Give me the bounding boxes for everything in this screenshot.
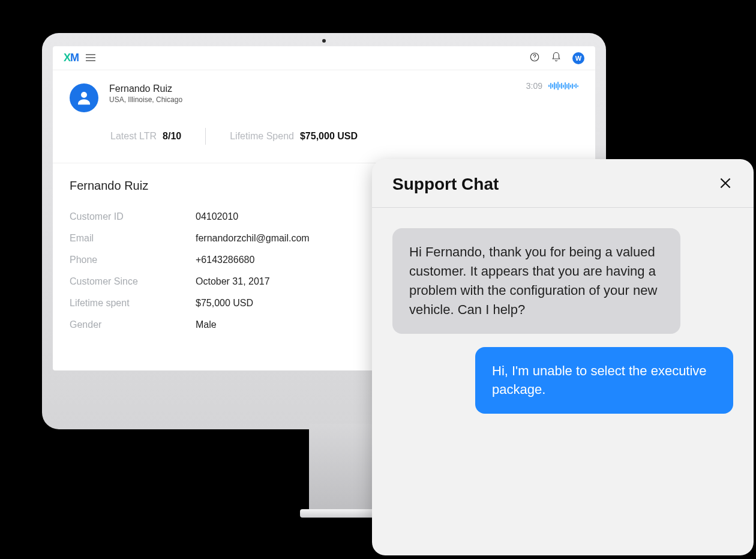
spend-value: $75,000 USD	[300, 131, 358, 142]
waveform-icon	[548, 81, 578, 91]
svg-point-2	[81, 92, 87, 98]
logo-x: X	[64, 52, 70, 64]
customer-name: Fernando Ruiz	[109, 83, 182, 94]
customer-header: Fernando Ruiz USA, Illinoise, Chicago 3:…	[53, 70, 595, 112]
bell-icon[interactable]	[551, 52, 562, 65]
detail-label: Customer ID	[70, 211, 196, 222]
ltr-value: 8/10	[163, 131, 181, 142]
close-icon[interactable]	[718, 175, 733, 193]
detail-label: Email	[70, 233, 196, 244]
detail-label: Gender	[70, 319, 196, 330]
detail-label: Phone	[70, 255, 196, 265]
help-icon[interactable]	[529, 52, 540, 65]
customer-avatar-icon	[70, 83, 98, 112]
ltr-label: Latest LTR	[110, 131, 157, 142]
chat-message-user: Hi, I'm unable to select the executive p…	[475, 347, 733, 414]
detail-value: fernandorzchil@gmail.com	[196, 233, 310, 244]
customer-location: USA, Illinoise, Chicago	[109, 95, 182, 104]
camera-dot	[322, 39, 326, 43]
detail-value: +6143286680	[196, 255, 254, 265]
user-avatar[interactable]: W	[572, 52, 584, 64]
chat-title: Support Chat	[392, 175, 499, 194]
logo-m: M	[70, 52, 79, 64]
hamburger-icon[interactable]	[86, 52, 95, 64]
app-logo: XM	[64, 52, 79, 64]
detail-label: Lifetime spent	[70, 298, 196, 309]
support-chat-popup: Support Chat Hi Fernando, thank you for …	[372, 159, 754, 555]
spend-label: Lifetime Spend	[230, 131, 294, 142]
detail-label: Customer Since	[70, 276, 196, 287]
svg-point-1	[534, 59, 535, 59]
call-duration: 3:09	[526, 81, 542, 91]
chat-message-agent: Hi Fernando, thank you for being a value…	[392, 228, 680, 334]
detail-value: October 31, 2017	[196, 276, 270, 287]
topbar: XM W	[53, 46, 595, 70]
detail-value: $75,000 USD	[196, 298, 253, 309]
detail-value: Male	[196, 319, 217, 330]
chat-header: Support Chat	[372, 159, 754, 208]
stat-divider	[205, 128, 206, 145]
detail-value: 04102010	[196, 211, 238, 222]
chat-body: Hi Fernando, thank you for being a value…	[372, 208, 754, 555]
customer-identity: Fernando Ruiz USA, Illinoise, Chicago	[109, 83, 182, 104]
stats-row: Latest LTR 8/10 Lifetime Spend $75,000 U…	[53, 112, 595, 156]
call-meta: 3:09	[526, 81, 578, 91]
